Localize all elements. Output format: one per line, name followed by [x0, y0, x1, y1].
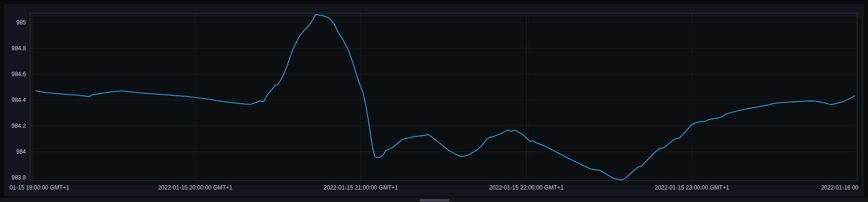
- x-axis-tick-label: 2022-01-15 21:00:00 GMT+1: [324, 184, 398, 191]
- y-axis-tick-label: 984.4: [0, 96, 26, 104]
- page: 985984.8984.6984.4984.2984983.8 2022-01-…: [0, 0, 868, 202]
- y-axis-tick-label: 984.8: [0, 45, 26, 52]
- x-axis-start-label: 01-15 19:00:00 GMT+1: [10, 184, 69, 191]
- y-axis-tick-label: 985: [0, 19, 26, 26]
- plot-frame: [30, 13, 857, 181]
- x-axis-tick-label: 2022-01-15 20:00:00 GMT+1: [158, 184, 233, 191]
- x-axis-tick-label: 2022-01-15 23:00:00 GMT+1: [655, 184, 729, 191]
- x-axis-end-label: 2022-01-16 00: [821, 184, 858, 191]
- y-axis-tick-label: 983.8: [0, 174, 26, 181]
- x-axis-tick-label: 2022-01-15 22:00:00 GMT+1: [489, 184, 563, 191]
- series-line-pressure[interactable]: [36, 15, 855, 180]
- horizontal-scrollbar-thumb[interactable]: [420, 199, 449, 202]
- line-chart[interactable]: [30, 13, 857, 181]
- y-axis-tick-label: 984.6: [0, 70, 26, 78]
- y-axis-tick-label: 984.2: [0, 122, 26, 130]
- y-axis-tick-label: 984: [0, 148, 26, 156]
